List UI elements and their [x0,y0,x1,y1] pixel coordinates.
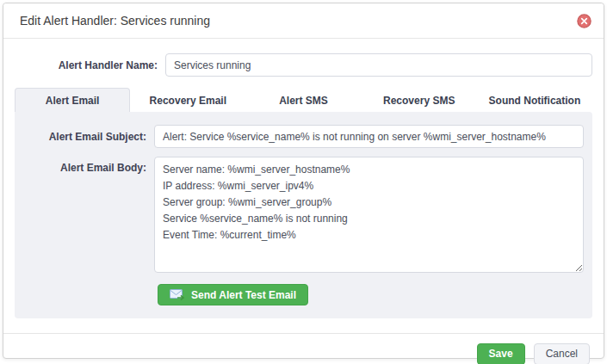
send-email-icon [170,289,184,300]
alert-email-tab-panel: Alert Email Subject: Alert Email Body: S… [15,112,592,318]
cancel-button[interactable]: Cancel [534,343,590,364]
alert-email-subject-input[interactable] [154,125,584,148]
alert-handler-name-input[interactable] [165,53,592,77]
alert-email-subject-label: Alert Email Subject: [15,131,154,143]
dialog-body: Alert Handler Name: Alert Email Recovery… [3,39,604,318]
tab-alert-sms[interactable]: Alert SMS [245,88,361,112]
alert-email-body-label: Alert Email Body: [15,157,154,174]
dialog-footer: Save Cancel [3,333,604,364]
alert-email-body-textarea[interactable]: Server name: %wmi_server_hostname% IP ad… [154,157,584,273]
tab-alert-email[interactable]: Alert Email [15,88,130,112]
alert-email-subject-row: Alert Email Subject: [15,125,584,148]
tab-recovery-sms[interactable]: Recovery SMS [362,88,477,112]
alert-handler-name-row: Alert Handler Name: [15,53,592,77]
tab-recovery-email[interactable]: Recovery Email [130,88,245,112]
tab-sound-notification[interactable]: Sound Notification [477,88,592,112]
dialog-title: Edit Alert Handler: Services running [20,14,210,28]
alert-email-body-row: Alert Email Body: Server name: %wmi_serv… [15,157,584,273]
tabs-bar: Alert Email Recovery Email Alert SMS Rec… [15,88,592,112]
send-alert-test-email-button[interactable]: Send Alert Test Email [158,284,308,305]
edit-alert-handler-dialog: Edit Alert Handler: Services running Ale… [3,3,604,359]
close-icon[interactable] [577,14,592,28]
alert-handler-name-label: Alert Handler Name: [15,59,165,71]
send-test-row: Send Alert Test Email [15,284,584,305]
send-alert-test-email-label: Send Alert Test Email [191,289,296,301]
save-button[interactable]: Save [477,343,525,364]
dialog-header: Edit Alert Handler: Services running [3,3,604,39]
